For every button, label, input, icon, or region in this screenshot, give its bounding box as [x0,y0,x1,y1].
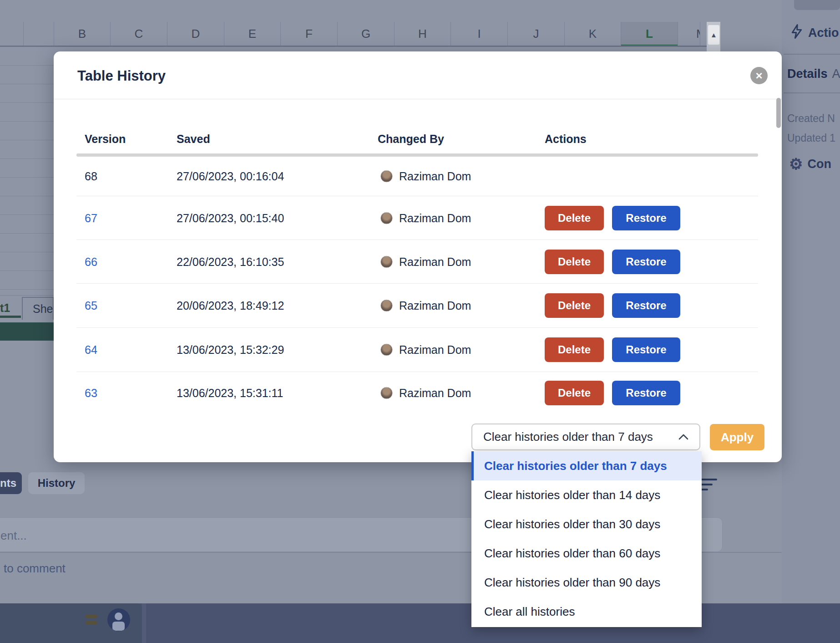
avatar [380,387,393,399]
version-link[interactable]: 63 [85,386,97,399]
restore-button[interactable]: Restore [612,381,680,405]
selected-option-value: Clear histories older than 7 days [483,430,653,444]
actions-panel-header[interactable]: Actio [790,24,840,42]
header-saved: Saved [177,133,210,146]
table-top-scrollbar[interactable] [76,153,758,157]
avatar [380,344,393,356]
version-link[interactable]: 66 [85,255,97,268]
saved-cell: 13/06/2023, 15:31:11 [177,386,283,399]
saved-cell: 22/06/2023, 16:10:35 [177,255,284,268]
configure-panel-item[interactable]: ⚙ Con [789,154,840,174]
menu-item-clear-90-days[interactable]: Clear histories older than 90 days [471,568,702,597]
column-header-i[interactable]: I [451,22,508,46]
delete-button[interactable]: Delete [545,250,604,274]
column-header-l-selected[interactable]: L [621,22,678,46]
changed-by-cell: Raziman Dom [399,170,471,183]
column-header-g[interactable]: G [338,22,395,46]
delete-button[interactable]: Delete [545,337,604,362]
details-tab[interactable]: Details A [787,65,840,83]
changed-by-cell: Raziman Dom [399,255,471,268]
menu-item-clear-all[interactable]: Clear all histories [471,597,702,626]
lightning-icon [790,24,804,42]
restore-button[interactable]: Restore [612,206,680,230]
column-header-h[interactable]: H [395,22,451,46]
bottom-bar-divider [142,603,146,643]
table-row: 68 27/06/2023, 00:16:04 Raziman Dom [76,157,758,196]
saved-cell: 13/06/2023, 15:32:29 [177,343,284,357]
avatar [380,170,393,183]
header-changed-by: Changed By [378,133,444,146]
version-link[interactable]: 65 [85,299,97,312]
clear-histories-select[interactable]: Clear histories older than 7 days [471,424,700,450]
panel-divider [784,54,840,55]
sheet-tab-next[interactable]: She [22,297,54,320]
saved-cell: 20/06/2023, 18:49:12 [177,299,284,312]
restore-button[interactable]: Restore [612,250,680,274]
table-row: 67 27/06/2023, 00:15:40 Raziman Dom Dele… [76,196,758,240]
changed-by-cell: Raziman Dom [399,343,471,357]
column-header-d[interactable]: D [167,22,224,46]
header-actions: Actions [545,133,587,146]
menu-item-clear-14-days[interactable]: Clear histories older than 14 days [471,480,702,510]
scroll-up-icon[interactable]: ▲ [708,25,719,45]
column-header-j[interactable]: J [508,22,565,46]
selected-sheet-color-bar [0,322,54,341]
modal-title-divider [54,99,782,99]
column-header-k[interactable]: K [565,22,621,46]
sheet-tab-active[interactable]: t1 [0,301,21,318]
row-header-corner [0,22,24,46]
saved-cell: 27/06/2023, 00:15:40 [177,211,284,225]
user-icon[interactable] [107,608,130,631]
column-header-c[interactable]: C [111,22,167,46]
gear-icon: ⚙ [789,155,803,173]
table-row: 64 13/06/2023, 15:32:29 Raziman Dom Dele… [76,327,758,372]
column-header-e[interactable]: E [224,22,281,46]
avatar [380,300,393,312]
changed-by-cell: Raziman Dom [399,211,471,225]
created-meta: Created N [787,112,840,125]
spreadsheet-gridlines [0,47,54,295]
modal-scrollbar-thumb[interactable] [776,98,781,128]
sort-icon[interactable] [701,479,719,492]
restore-button[interactable]: Restore [612,293,680,318]
avatar [380,255,393,268]
updated-meta: Updated 1 [787,132,840,144]
clear-histories-dropdown-menu: Clear histories older than 7 days Clear … [471,451,702,627]
menu-item-clear-30-days[interactable]: Clear histories older than 30 days [471,510,702,539]
delete-button[interactable]: Delete [545,381,604,405]
column-header-partial [24,22,54,46]
panel-divider [784,92,840,93]
tab-comments[interactable]: nts [0,472,22,494]
modal-title: Table History [77,68,166,84]
saved-cell: 27/06/2023, 00:16:04 [177,170,284,183]
table-history-modal: Table History × Version Saved Changed By… [54,51,782,462]
delete-button[interactable]: Delete [545,293,604,318]
comment-placeholder: ent... [0,529,27,543]
version-link[interactable]: 67 [85,211,97,225]
column-header-border [0,46,707,47]
menu-item-clear-7-days[interactable]: Clear histories older than 7 days [471,451,702,480]
apply-button[interactable]: Apply [710,424,764,450]
history-table-body: 68 27/06/2023, 00:16:04 Raziman Dom 67 2… [76,157,758,413]
column-header-m-partial[interactable]: M [678,22,700,46]
details-side-panel [782,0,840,643]
menu-item-clear-60-days[interactable]: Clear histories older than 60 days [471,539,702,568]
version-cell: 68 [85,170,97,183]
column-header-f[interactable]: F [281,22,338,46]
changed-by-cell: Raziman Dom [399,299,471,312]
tab-history[interactable]: History [28,472,85,494]
avatar [380,212,393,224]
column-header-b[interactable]: B [54,22,111,46]
column-header-row: B C D E F G H I J K L M [0,22,707,46]
restore-button[interactable]: Restore [612,337,680,362]
toolbar-button-partial[interactable] [794,0,840,10]
delete-button[interactable]: Delete [545,206,604,230]
chevron-up-icon[interactable] [678,434,688,440]
table-row: 63 13/06/2023, 15:31:11 Raziman Dom Dele… [76,372,758,413]
changed-by-cell: Raziman Dom [399,386,471,399]
history-table-header: Version Saved Changed By Actions [76,133,758,146]
login-to-comment-hint: to comment [4,561,140,576]
version-link[interactable]: 64 [85,343,97,357]
close-icon[interactable]: × [750,67,768,84]
header-version: Version [85,133,126,146]
